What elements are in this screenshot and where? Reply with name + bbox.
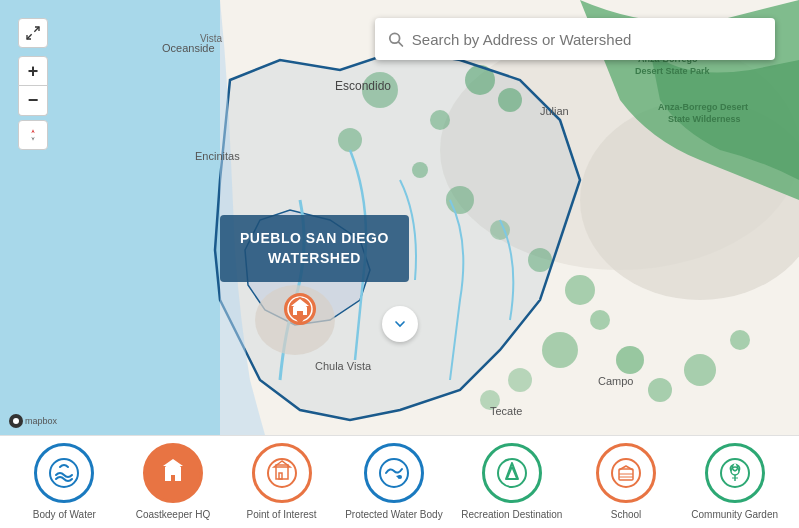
legend-label-point-of-interest: Point of Interest [247,509,317,521]
expand-icon [25,25,41,41]
svg-point-20 [684,354,716,386]
school-icon [596,443,656,503]
search-bar[interactable] [375,18,775,60]
svg-marker-40 [31,137,35,141]
zoom-in-button[interactable]: + [18,56,48,86]
svg-point-13 [565,275,595,305]
legend-item-coastkeeper-hq[interactable]: Coastkeeper HQ [128,443,218,521]
svg-text:Julian: Julian [540,105,569,117]
svg-rect-53 [279,473,282,479]
svg-point-19 [648,378,672,402]
svg-text:Desert State Park: Desert State Park [635,66,711,76]
legend-label-community-garden: Community Garden [691,509,778,521]
legend-label-protected-water-body: Protected Water Body [345,509,442,521]
svg-point-16 [508,368,532,392]
map-controls: + − [18,18,48,150]
svg-point-21 [730,330,750,350]
svg-marker-39 [31,129,35,133]
expand-button[interactable] [18,18,48,48]
svg-text:Anza-Borrego Desert: Anza-Borrego Desert [658,102,748,112]
svg-text:mapbox: mapbox [25,416,58,426]
mapbox-logo: mapbox [8,413,58,429]
legend-label-coastkeeper-hq: Coastkeeper HQ [136,509,210,521]
legend-item-community-garden[interactable]: Community Garden [690,443,780,521]
svg-text:Vista: Vista [200,33,222,44]
svg-point-55 [380,459,408,487]
svg-marker-54 [274,461,290,467]
svg-point-18 [616,346,644,374]
search-icon [387,30,404,48]
svg-point-48 [50,459,78,487]
mapbox-attribution: mapbox [8,413,58,429]
chevron-down-icon [392,316,408,332]
svg-text:Encinitas: Encinitas [195,150,240,162]
legend-label-school: School [611,509,642,521]
legend-item-school[interactable]: School [581,443,671,521]
location-pin-icon [282,293,318,333]
zoom-controls: + − [18,56,48,116]
svg-point-46 [13,418,19,424]
coastkeeper-hq-icon [143,443,203,503]
svg-text:Campo: Campo [598,375,633,387]
protected-water-body-icon [364,443,424,503]
watershed-line1: PUEBLO SAN DIEGO [240,229,389,249]
svg-text:State Wilderness: State Wilderness [668,114,740,124]
legend-item-body-of-water[interactable]: Body of Water [19,443,109,521]
legend-bar: Body of Water Coastkeeper HQ Point of In… [0,435,799,528]
svg-line-36 [399,42,403,46]
svg-text:Tecate: Tecate [490,405,522,417]
compass-icon [26,128,40,142]
svg-line-37 [34,27,39,32]
search-input[interactable] [412,31,763,48]
watershed-label: PUEBLO SAN DIEGO WATERSHED [220,215,409,282]
body-of-water-icon [34,443,94,503]
chevron-down-button[interactable] [382,306,418,342]
svg-text:Chula Vista: Chula Vista [315,360,372,372]
svg-marker-50 [163,459,183,466]
svg-point-64 [721,459,749,487]
community-garden-icon [705,443,765,503]
svg-point-14 [590,310,610,330]
map-container[interactable]: Oceanside Vista Escondido Julian Encinit… [0,0,799,435]
recreation-destination-icon [482,443,542,503]
location-pin[interactable] [282,293,318,337]
svg-line-38 [27,34,32,39]
point-of-interest-icon [252,443,312,503]
svg-text:Escondido: Escondido [335,79,391,93]
svg-point-15 [542,332,578,368]
legend-item-point-of-interest[interactable]: Point of Interest [237,443,327,521]
legend-item-recreation-destination[interactable]: Recreation Destination [461,443,562,521]
watershed-line2: WATERSHED [240,249,389,269]
compass-button[interactable] [18,120,48,150]
legend-label-recreation-destination: Recreation Destination [461,509,562,521]
svg-point-60 [612,459,640,487]
legend-label-body-of-water: Body of Water [33,509,96,521]
zoom-out-button[interactable]: − [18,86,48,116]
legend-item-protected-water-body[interactable]: Protected Water Body [345,443,442,521]
